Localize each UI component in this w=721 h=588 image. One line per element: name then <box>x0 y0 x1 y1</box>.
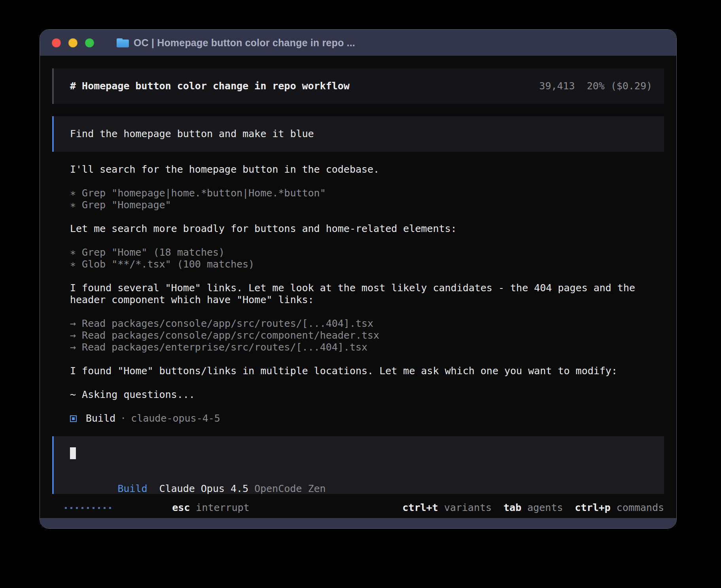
close-button[interactable] <box>52 38 61 47</box>
window-title: OC | Homepage button color change in rep… <box>134 37 355 49</box>
minimize-button[interactable] <box>68 38 77 47</box>
tool-call-line: ∗ Grep "Homepage" <box>70 199 664 211</box>
session-title: # Homepage button color change in repo w… <box>70 80 349 92</box>
tool-call-line: ∗ Grep "Home" (18 matches) <box>70 247 664 258</box>
input-cursor <box>70 447 76 459</box>
model-row: BuildClaude Opus 4.5OpenCode Zen <box>70 471 652 483</box>
hint-key: tab <box>504 502 521 513</box>
tool-call-line: → Read packages/console/app/src/routes/[… <box>70 318 664 330</box>
hint-label: commands <box>617 502 664 513</box>
assistant-text-broaden: Let me search more broadly for buttons a… <box>70 223 664 235</box>
hint-label: variants <box>444 502 491 513</box>
assistant-text-intro: I'll search for the homepage button in t… <box>70 164 664 175</box>
tool-call-line: ∗ Glob "**/*.tsx" (100 matches) <box>70 258 664 270</box>
maximize-button[interactable] <box>85 38 94 47</box>
esc-key: esc <box>172 502 190 513</box>
tool-call-line: → Read packages/enterprise/src/routes/[.… <box>70 341 664 353</box>
hint-variants: ctrl+tvariants <box>402 502 492 514</box>
terminal-content: # Homepage button color change in repo w… <box>40 56 676 518</box>
traffic-lights <box>52 38 94 47</box>
terminal-window: OC | Homepage button color change in rep… <box>40 29 677 529</box>
token-count: 39,413 <box>539 80 575 92</box>
footer-bar <box>40 518 676 528</box>
assistant-text-found: I found "Home" buttons/links in multiple… <box>70 365 664 377</box>
spinner-dots <box>65 507 111 509</box>
tool-call-group-glob: ∗ Grep "Home" (18 matches) ∗ Glob "**/*.… <box>70 247 664 270</box>
tool-call-group-read: → Read packages/console/app/src/routes/[… <box>70 318 664 353</box>
session-header: # Homepage button color change in repo w… <box>52 68 664 104</box>
tool-call-line: ∗ Grep "homepage|home.*button|Home.*butt… <box>70 187 664 199</box>
session-stats: 39,41320% ($0.29) <box>539 80 652 92</box>
hint-key: ctrl+t <box>402 502 438 513</box>
context-usage: 20% ($0.29) <box>587 80 652 92</box>
status-bar: escinterrupt ctrl+tvariants tabagents ct… <box>52 502 664 514</box>
provider-label: OpenCode Zen <box>254 483 326 494</box>
agent-separator: · <box>120 413 126 424</box>
esc-label: interrupt <box>196 502 249 513</box>
prompt-input[interactable]: BuildClaude Opus 4.5OpenCode Zen <box>52 436 664 494</box>
agent-icon <box>70 415 77 422</box>
assistant-text-candidates: I found several "Home" links. Let me loo… <box>70 282 664 306</box>
titlebar: OC | Homepage button color change in rep… <box>40 30 676 56</box>
hint-key: ctrl+p <box>575 502 610 513</box>
user-message-block: Find the homepage button and make it blu… <box>52 116 664 152</box>
tool-call-line: → Read packages/console/app/src/componen… <box>70 330 664 341</box>
hint-commands: ctrl+pcommands <box>575 502 664 514</box>
folder-icon <box>117 38 129 47</box>
agent-badge: Build · claude-opus-4-5 <box>70 413 664 424</box>
hint-label: agents <box>527 502 563 513</box>
tool-call-group-grep: ∗ Grep "homepage|home.*button|Home.*butt… <box>70 187 664 211</box>
agent-model: claude-opus-4-5 <box>131 413 220 424</box>
user-message-text: Find the homepage button and make it blu… <box>70 128 314 140</box>
esc-hint: escinterrupt <box>125 490 249 518</box>
hint-agents: tabagents <box>504 502 563 514</box>
agent-name: Build <box>86 413 115 424</box>
keyboard-hints: ctrl+tvariants tabagents ctrl+pcommands <box>391 502 664 514</box>
asking-status: ~ Asking questions... <box>70 389 664 401</box>
